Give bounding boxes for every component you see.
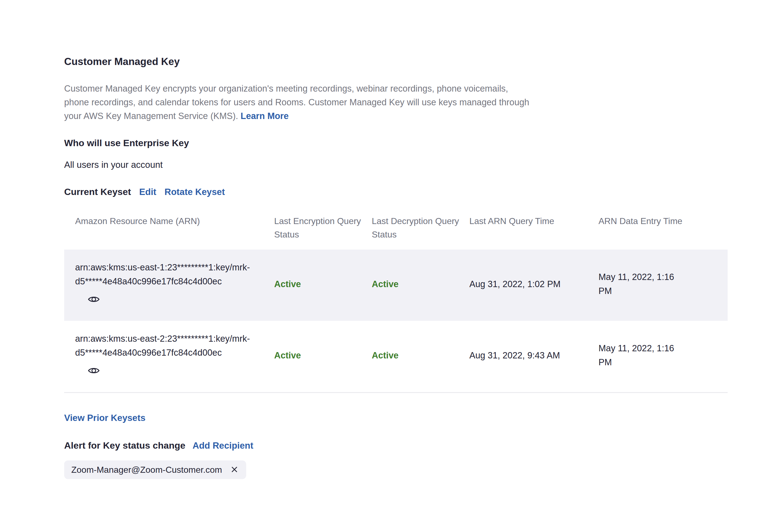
column-header-arn-data-entry-time: ARN Data Entry Time bbox=[598, 214, 728, 250]
view-prior-keysets-link[interactable]: View Prior Keysets bbox=[64, 412, 146, 424]
who-will-use-value: All users in your account bbox=[64, 159, 728, 170]
alert-key-status-row: Alert for Key status change Add Recipien… bbox=[64, 440, 728, 451]
arn-value: arn:aws:kms:us-east-2:23*********1:key/m… bbox=[75, 332, 267, 360]
recipient-email: Zoom-Manager@Zoom-Customer.com bbox=[71, 464, 222, 476]
description-text: Customer Managed Key encrypts your organ… bbox=[64, 82, 530, 123]
column-header-last-arn-query-time: Last ARN Query Time bbox=[469, 214, 598, 250]
last-arn-query-time-cell: Aug 31, 2022, 9:43 AM bbox=[469, 321, 598, 393]
table-row: arn:aws:kms:us-east-1:23*********1:key/m… bbox=[64, 250, 728, 321]
status-badge: Active bbox=[274, 279, 301, 289]
last-arn-query-time-cell: Aug 31, 2022, 1:02 PM bbox=[469, 250, 598, 321]
arn-cell: arn:aws:kms:us-east-1:23*********1:key/m… bbox=[64, 250, 274, 321]
table-header-row: Amazon Resource Name (ARN) Last Encrypti… bbox=[64, 214, 728, 250]
arn-data-entry-time-cell: May 11, 2022, 1:16 PM bbox=[598, 321, 728, 393]
who-will-use-heading: Who will use Enterprise Key bbox=[64, 137, 728, 149]
eye-icon bbox=[88, 295, 100, 304]
remove-recipient-button[interactable] bbox=[230, 465, 239, 474]
column-header-decryption-status: Last Decryption Query Status bbox=[372, 214, 469, 250]
encryption-status-cell: Active bbox=[274, 321, 372, 393]
edit-keyset-link[interactable]: Edit bbox=[139, 187, 156, 197]
close-icon bbox=[230, 465, 239, 474]
current-keyset-row: Current Keyset Edit Rotate Keyset bbox=[64, 186, 728, 197]
customer-managed-key-section: Customer Managed Key Customer Managed Ke… bbox=[64, 55, 728, 479]
page-title: Customer Managed Key bbox=[64, 55, 728, 68]
status-badge: Active bbox=[274, 350, 301, 360]
reveal-arn-button[interactable] bbox=[88, 295, 100, 304]
decryption-status-cell: Active bbox=[372, 321, 469, 393]
arn-value: arn:aws:kms:us-east-1:23*********1:key/m… bbox=[75, 260, 267, 288]
description-body: Customer Managed Key encrypts your organ… bbox=[64, 84, 529, 121]
rotate-keyset-link[interactable]: Rotate Keyset bbox=[164, 187, 225, 197]
column-header-encryption-status: Last Encryption Query Status bbox=[274, 214, 372, 250]
arn-cell: arn:aws:kms:us-east-2:23*********1:key/m… bbox=[64, 321, 274, 393]
status-badge: Active bbox=[372, 350, 399, 360]
add-recipient-link[interactable]: Add Recipient bbox=[192, 440, 253, 451]
decryption-status-cell: Active bbox=[372, 250, 469, 321]
recipient-chip: Zoom-Manager@Zoom-Customer.com bbox=[64, 461, 246, 479]
reveal-arn-button[interactable] bbox=[88, 366, 100, 376]
alert-heading: Alert for Key status change bbox=[64, 440, 185, 451]
status-badge: Active bbox=[372, 279, 399, 289]
encryption-status-cell: Active bbox=[274, 250, 372, 321]
table-row: arn:aws:kms:us-east-2:23*********1:key/m… bbox=[64, 321, 728, 393]
current-keyset-heading: Current Keyset bbox=[64, 186, 131, 197]
keyset-table: Amazon Resource Name (ARN) Last Encrypti… bbox=[64, 214, 728, 393]
arn-data-entry-time-cell: May 11, 2022, 1:16 PM bbox=[598, 250, 728, 321]
column-header-arn: Amazon Resource Name (ARN) bbox=[64, 214, 274, 250]
learn-more-link[interactable]: Learn More bbox=[241, 111, 289, 121]
eye-icon bbox=[88, 366, 100, 376]
